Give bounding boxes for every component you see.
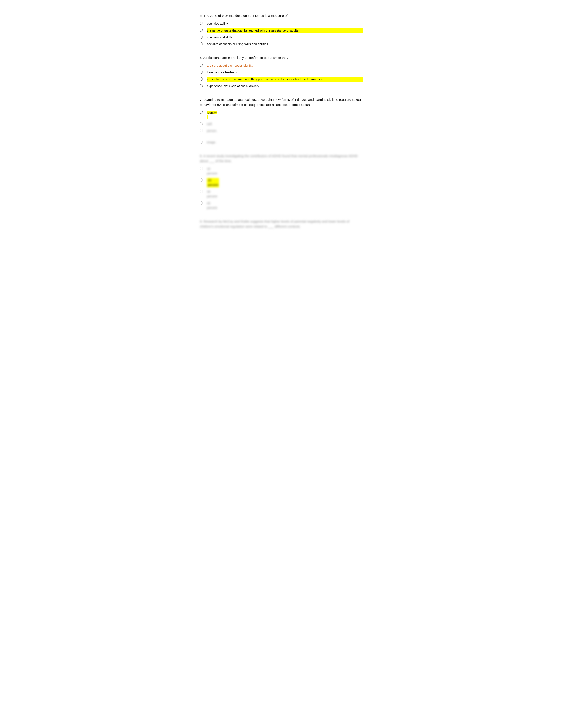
answer-q6-3-text: are in the presence of someone they perc… — [207, 77, 363, 82]
answer-q5-2-text: the range of tasks that can be learned w… — [207, 28, 363, 33]
answer-q7-1-text: identity . — [207, 110, 363, 120]
radio-q5-1[interactable] — [200, 22, 203, 25]
answer-q8-4[interactable]: 40percent — [200, 201, 363, 210]
radio-q7-3[interactable] — [200, 129, 203, 132]
question-6-text: 6. Adolescents are more likely to confir… — [200, 55, 363, 60]
radio-q8-3[interactable] — [200, 190, 203, 193]
question-8-text: 8. A recent study investigating the cont… — [200, 154, 363, 163]
radio-q7-1[interactable] — [200, 111, 203, 114]
radio-q8-1[interactable] — [200, 167, 203, 170]
question-7: 7. Learning to manage sexual feelings, d… — [200, 97, 363, 145]
answer-q5-4[interactable]: social-relationship-building skills and … — [200, 42, 363, 47]
answer-q5-4-text: social-relationship-building skills and … — [207, 42, 363, 47]
question-9: 9. Research by McCoy and Ruble suggests … — [200, 219, 363, 229]
question-9-text: 9. Research by McCoy and Ruble suggests … — [200, 219, 363, 229]
answer-q6-4-text: experience low levels of social anxiety. — [207, 84, 363, 88]
answer-q8-2-text: 20percent — [207, 178, 363, 187]
answer-q5-1-text: cognitive ability. — [207, 21, 363, 26]
answer-q7-1-dot: . — [207, 115, 208, 119]
radio-q6-1[interactable] — [200, 64, 203, 67]
answer-q5-2[interactable]: the range of tasks that can be learned w… — [200, 28, 363, 33]
answer-q7-3[interactable]: person. — [200, 129, 363, 138]
answer-q6-2-text: have high self-esteem. — [207, 70, 363, 75]
radio-q6-4[interactable] — [200, 84, 203, 87]
answer-q8-2[interactable]: 20percent — [200, 178, 363, 187]
answer-q7-2-text: self. — [207, 122, 363, 126]
radio-q7-2[interactable] — [200, 122, 203, 125]
answer-q7-3-text: person. — [207, 129, 363, 138]
radio-q7-4[interactable] — [200, 141, 203, 144]
answer-q6-1[interactable]: are sure about their social identity. — [200, 63, 363, 68]
answer-q8-3-text: 30percent — [207, 190, 363, 199]
answer-q8-1-text: 10percent — [207, 167, 363, 176]
answer-q8-1[interactable]: 10percent — [200, 167, 363, 176]
question-5-number: 5. The zone of proximal development (ZPD… — [200, 14, 288, 17]
question-7-text: 7. Learning to manage sexual feelings, d… — [200, 97, 363, 107]
radio-q8-4[interactable] — [200, 201, 203, 205]
radio-q5-4[interactable] — [200, 42, 203, 45]
radio-q8-2[interactable] — [200, 178, 203, 182]
question-6: 6. Adolescents are more likely to confir… — [200, 55, 363, 89]
answer-q7-4[interactable]: image. — [200, 140, 363, 145]
radio-q5-2[interactable] — [200, 29, 203, 32]
answer-q7-1-highlight: identity — [207, 111, 216, 114]
answer-q7-4-text: image. — [207, 140, 363, 145]
answer-q6-3[interactable]: are in the presence of someone they perc… — [200, 77, 363, 82]
answer-q6-1-text: are sure about their social identity. — [207, 63, 363, 68]
answer-q7-1[interactable]: identity . — [200, 110, 363, 120]
answer-q6-2[interactable]: have high self-esteem. — [200, 70, 363, 75]
answer-q7-2[interactable]: self. — [200, 122, 363, 126]
answer-q8-3[interactable]: 30percent — [200, 190, 363, 199]
question-5: 5. The zone of proximal development (ZPD… — [200, 13, 363, 47]
answer-q5-3[interactable]: interpersonal skills. — [200, 35, 363, 40]
answer-q6-4[interactable]: experience low levels of social anxiety. — [200, 84, 363, 88]
question-8: 8. A recent study investigating the cont… — [200, 154, 363, 210]
radio-q6-3[interactable] — [200, 77, 203, 81]
answer-q5-3-text: interpersonal skills. — [207, 35, 363, 40]
question-6-number: 6. Adolescents are more likely to confir… — [200, 56, 288, 60]
radio-q6-2[interactable] — [200, 71, 203, 74]
answer-q8-4-text: 40percent — [207, 201, 363, 210]
radio-q5-3[interactable] — [200, 36, 203, 39]
question-5-text: 5. The zone of proximal development (ZPD… — [200, 13, 363, 18]
answer-q5-1[interactable]: cognitive ability. — [200, 21, 363, 26]
